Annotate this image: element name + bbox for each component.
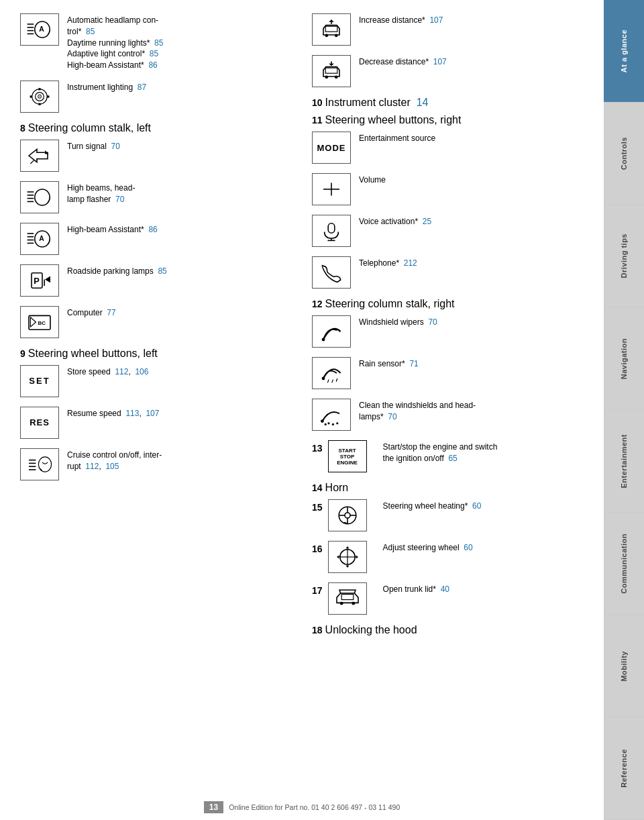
instrument-lighting-text: Instrument lighting 87 xyxy=(67,81,146,93)
entry-wipers: Windshield wipers 70 xyxy=(312,315,590,348)
sidebar-item-navigation[interactable]: Navigation xyxy=(604,307,644,410)
roadside-page: 85 xyxy=(158,266,166,276)
icon-rain-sensor xyxy=(312,357,351,389)
sidebar-item-mobility[interactable]: Mobility xyxy=(604,615,644,718)
section15-number: 15 xyxy=(312,499,323,513)
section13-number: 13 xyxy=(312,440,323,454)
entry-voice: Voice activation* 25 xyxy=(312,215,590,247)
increase-dist-page: 107 xyxy=(429,15,443,25)
sidebar-item-communication[interactable]: Communication xyxy=(604,513,644,615)
svg-point-47 xyxy=(335,75,338,79)
icon-decrease-dist xyxy=(312,55,351,87)
entry-decrease-dist: Decrease distance* 107 xyxy=(312,55,590,87)
left-column: A Automatic headlamp con-trol* 85 Daytim… xyxy=(20,13,299,642)
icon-headlamp-control: A xyxy=(20,13,59,46)
svg-line-58 xyxy=(332,380,333,383)
section8-title: 8 Steering column stalk, left xyxy=(20,122,299,134)
section16-label: Adjust steering wheel xyxy=(383,543,460,552)
entry-high-beam-asst: A High-beam Assistant* 86 xyxy=(20,223,299,255)
section16-number: 16 xyxy=(312,541,323,554)
resume-speed-text: Resume speed 113, 107 xyxy=(67,407,159,419)
sidebar-label-communication: Communication xyxy=(620,533,628,594)
svg-point-46 xyxy=(325,75,328,79)
icon-high-beams xyxy=(20,181,59,213)
page-footer: 13 Online Edition for Part no. 01 40 2 6… xyxy=(0,801,604,813)
entry-computer: BC Computer 77 xyxy=(20,306,299,338)
entry-store-speed: SET Store speed 112, 106 xyxy=(20,365,299,397)
svg-rect-45 xyxy=(325,68,337,73)
section15-text: Steering wheel heating* 60 xyxy=(375,499,482,512)
headlamp-sub1: Daytime running lights* 85 xyxy=(67,38,163,49)
sidebar-item-controls[interactable]: Controls xyxy=(604,103,644,205)
sidebar-item-at-a-glance[interactable]: At a glance xyxy=(604,0,644,103)
headlamp-page: 85 xyxy=(86,27,95,36)
page-number: 13 xyxy=(204,801,223,813)
svg-rect-11 xyxy=(47,95,49,97)
section12-label: Steering column stalk, right xyxy=(325,298,455,310)
entry-turn-signal: Turn signal 70 xyxy=(20,140,299,172)
sidebar-label-driving-tips: Driving tips xyxy=(620,234,628,278)
section10-page: 14 xyxy=(417,97,429,109)
section11-label: Steering wheel buttons, right xyxy=(325,114,462,126)
section11-number: 11 xyxy=(312,115,323,125)
mode-icon-text: MODE xyxy=(317,143,346,153)
svg-text:P: P xyxy=(34,276,40,286)
wipers-text: Windshield wipers 70 xyxy=(359,315,437,328)
svg-text:BC: BC xyxy=(38,320,46,326)
entry-roadside: P Roadside parking lamps 85 xyxy=(20,264,299,297)
decrease-dist-page: 107 xyxy=(433,57,447,66)
icon-start-stop: STARTSTOPENGINE xyxy=(328,440,367,472)
section18-title: 18 Unlocking the hood xyxy=(312,624,590,636)
svg-point-79 xyxy=(339,602,343,605)
section18-label: Unlocking the hood xyxy=(325,624,417,636)
icon-resume-speed: RES xyxy=(20,407,59,439)
svg-rect-10 xyxy=(30,95,32,97)
entry-cruise: Cruise control on/off, inter-rupt 112, 1… xyxy=(20,448,299,480)
right-column: Increase distance* 107 xyxy=(312,13,590,642)
svg-marker-13 xyxy=(29,149,48,162)
sidebar-label-entertainment: Entertainment xyxy=(620,434,628,488)
section17-row: 17 Open trunk lid* 40 xyxy=(312,582,590,615)
volume-label: Volume xyxy=(359,175,386,185)
svg-point-41 xyxy=(325,34,328,37)
section14-title: 14 Horn xyxy=(312,482,590,494)
section13-text: Start/stop the engine and switchthe igni… xyxy=(375,440,498,464)
sidebar: At a glance Controls Driving tips Naviga… xyxy=(604,0,644,820)
icon-computer: BC xyxy=(20,306,59,338)
icon-adjust-steering xyxy=(328,541,367,573)
headlamp-main-label: Automatic headlamp con-trol* 85 xyxy=(67,15,163,38)
entry-entertainment: MODE Entertainment source xyxy=(312,132,590,164)
sidebar-item-driving-tips[interactable]: Driving tips xyxy=(604,205,644,308)
svg-point-60 xyxy=(321,419,324,423)
entry-clean-windshield: Clean the windshields and head-lamps* 70 xyxy=(312,399,590,431)
entry-headlamp-control: A Automatic headlamp con-trol* 85 Daytim… xyxy=(20,13,299,71)
roadside-label: Roadside parking lamps xyxy=(67,266,154,276)
page-container: A Automatic headlamp con-trol* 85 Daytim… xyxy=(0,0,644,820)
instrument-lighting-page: 87 xyxy=(138,83,146,92)
svg-point-56 xyxy=(322,377,325,380)
svg-marker-44 xyxy=(329,20,334,22)
icon-voice xyxy=(312,215,351,247)
high-beams-page: 70 xyxy=(115,195,124,204)
section18-number: 18 xyxy=(312,625,323,635)
sidebar-label-mobility: Mobility xyxy=(620,651,628,682)
section12-title: 12 Steering column stalk, right xyxy=(312,298,590,310)
section15-label: Steering wheel heating* xyxy=(383,501,468,511)
sidebar-item-reference[interactable]: Reference xyxy=(604,717,644,820)
section17-page: 40 xyxy=(441,584,449,594)
set-icon-text: SET xyxy=(29,376,50,386)
svg-line-14 xyxy=(30,160,34,164)
voice-text: Voice activation* 25 xyxy=(359,215,431,227)
svg-marker-77 xyxy=(356,556,358,559)
svg-marker-32 xyxy=(30,317,36,327)
entry-increase-dist: Increase distance* 107 xyxy=(312,13,590,46)
footer-text: Online Edition for Part no. 01 40 2 606 … xyxy=(229,803,400,811)
svg-marker-49 xyxy=(329,64,334,66)
svg-point-61 xyxy=(327,422,329,424)
main-content: A Automatic headlamp con-trol* 85 Daytim… xyxy=(0,0,604,820)
sidebar-item-entertainment[interactable]: Entertainment xyxy=(604,410,644,513)
turn-signal-text: Turn signal 70 xyxy=(67,140,120,152)
wipers-label: Windshield wipers xyxy=(359,317,424,327)
entry-rain-sensor: Rain sensor* 71 xyxy=(312,357,590,389)
section10-label: Instrument cluster xyxy=(325,97,411,109)
